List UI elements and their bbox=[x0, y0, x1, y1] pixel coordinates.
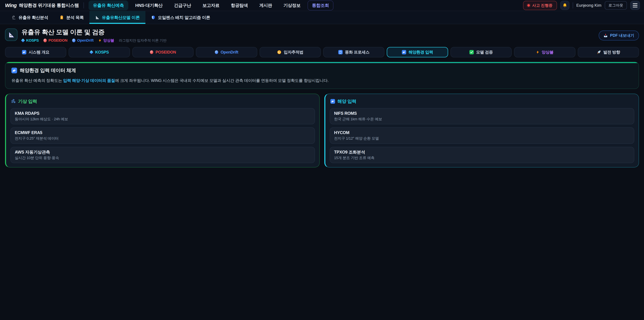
page-header-text: 유출유 확산 모델 이론 및 검증 KOSPS POSEIDON OpenDri… bbox=[22, 29, 166, 43]
intro-suffix: 에 크게 좌우됩니다. WING 시스템은 국내외 수치예보 모델과 실시간 관… bbox=[115, 78, 328, 83]
data-item-name: KMA RDAPS bbox=[15, 111, 310, 116]
section-tab-label: 모델 검증 bbox=[476, 50, 493, 55]
section-tab-overview[interactable]: 시스템 개요 bbox=[5, 47, 66, 57]
data-item-desc: 전지구 1/12° 해양 순환 모델 bbox=[334, 136, 630, 141]
wing-logo-mark: Wing bbox=[5, 3, 16, 8]
section-tab-label: 앙상블 bbox=[542, 50, 554, 55]
data-item-desc: 실시간 10분 단위 풍향·풍속 bbox=[15, 156, 310, 160]
section-tab-label: POSEIDON bbox=[156, 50, 176, 55]
data-item[interactable]: AWS 자동기상관측 실시간 10분 단위 풍향·풍속 bbox=[10, 147, 315, 163]
data-item[interactable]: NIFS ROMS 한국 근해 1km 해류·수온 예보 bbox=[330, 108, 634, 125]
data-item-desc: 한국 근해 1km 해류·수온 예보 bbox=[334, 117, 630, 122]
section-title-row: 해양환경 입력 데이터 체계 bbox=[12, 67, 632, 74]
diamond-icon bbox=[90, 50, 93, 54]
section-tab-opendrift[interactable]: OpenDrift bbox=[196, 47, 257, 57]
wave-icon bbox=[12, 68, 17, 73]
notification-button[interactable] bbox=[560, 1, 569, 10]
data-item-name: TPXO9 조화분석 bbox=[334, 150, 630, 155]
data-cards: 기상 입력 KMA RDAPS 동아시아 12km 해상도 · 24h 예보 E… bbox=[5, 94, 639, 168]
badge-ensemble: 앙상블 bbox=[98, 38, 114, 43]
section-tab-kosps[interactable]: KOSPS bbox=[68, 47, 130, 57]
divider bbox=[573, 2, 573, 9]
nav-item-reports[interactable]: 보고자료 bbox=[198, 1, 224, 11]
intro-prefix: 유출유 확산 예측의 정확도는 bbox=[12, 78, 63, 83]
page-title: 유출유 확산 모델 이론 및 검증 bbox=[22, 29, 166, 36]
check-icon bbox=[470, 50, 474, 54]
weather-card-title-row: 기상 입력 bbox=[10, 97, 315, 105]
nav-item-oil-spill-forecast[interactable]: 유출유 확산예측 bbox=[88, 1, 128, 11]
bolt-icon bbox=[98, 39, 102, 43]
data-item[interactable]: KMA RDAPS 동아시아 12km 해상도 · 24h 예보 bbox=[10, 108, 315, 125]
section-tab-label: 해양환경 입력 bbox=[408, 50, 433, 55]
topbar: Wing 해양환경 위기대응 통합시스템 유출유 확산예측 HNS·대기확산 긴… bbox=[0, 0, 644, 11]
section-tab-label: 발전 방향 bbox=[604, 50, 620, 55]
data-item-name: ECMWF ERA5 bbox=[15, 130, 310, 135]
badge-label: KOSPS bbox=[26, 38, 39, 43]
badge-label: POSEIDON bbox=[48, 38, 68, 43]
wave-icon bbox=[22, 50, 26, 54]
section-tab-label: OpenDrift bbox=[220, 50, 238, 55]
page-header: 유출유 확산 모델 이론 및 검증 KOSPS POSEIDON OpenDri… bbox=[0, 24, 644, 46]
app-logo[interactable]: Wing 해양환경 위기대응 통합시스템 bbox=[5, 2, 79, 9]
tab-oil-fence-theory[interactable]: 오일펜스 배치 알고리즘 이론 bbox=[146, 11, 216, 24]
blue-dot-icon bbox=[72, 39, 76, 42]
wind-icon bbox=[11, 99, 16, 104]
nav-item-board[interactable]: 게시판 bbox=[255, 1, 276, 11]
menu-button[interactable] bbox=[630, 1, 640, 10]
nav-item-weather-info[interactable]: 기상정보 bbox=[279, 1, 305, 11]
data-item[interactable]: HYCOM 전지구 1/12° 해양 순환 모델 bbox=[330, 127, 634, 144]
section-tab-model-validation[interactable]: 모델 검증 bbox=[450, 47, 512, 57]
model-badges: KOSPS POSEIDON OpenDrift 앙상블 라그랑지안 입자추적 … bbox=[22, 38, 166, 43]
badge-opendrift: OpenDrift bbox=[72, 38, 94, 43]
section-tab-marine-input[interactable]: 해양환경 입력 bbox=[387, 47, 448, 57]
data-item-name: NIFS ROMS bbox=[334, 111, 630, 116]
subnav: 유출유 확산분석 분석 목록 유출유확산모델 이론 오일펜스 배치 알고리즘 이… bbox=[0, 11, 644, 24]
data-item-desc: 15개 분조 기반 조류 예측 bbox=[334, 156, 630, 160]
compass-icon bbox=[277, 50, 282, 54]
diamond-icon bbox=[21, 39, 25, 42]
hamburger-icon bbox=[633, 3, 638, 4]
tab-label: 분석 목록 bbox=[66, 15, 84, 20]
tab-analysis-list[interactable]: 분석 목록 bbox=[54, 11, 90, 24]
incident-status-badge[interactable]: 사고 진행중 bbox=[523, 1, 557, 10]
nav-item-integrated-search[interactable]: 통합조회 bbox=[308, 1, 334, 11]
intro-paragraph: 유출유 확산 예측의 정확도는 입력 해양·기상 데이터의 품질에 크게 좌우됩… bbox=[12, 78, 632, 84]
section-tab-poseidon[interactable]: POSEIDON bbox=[132, 47, 194, 57]
pdf-export-button[interactable]: PDF 내보내기 bbox=[599, 31, 639, 41]
data-item-desc: 전지구 0.25° 재분석 데이터 bbox=[15, 136, 310, 141]
triangle-ruler-icon bbox=[95, 15, 100, 20]
section-tab-particle-tracking[interactable]: 입자추적법 bbox=[260, 47, 321, 57]
app-title: 해양환경 위기대응 통합시스템 bbox=[19, 2, 79, 9]
divider bbox=[84, 2, 84, 9]
logout-button[interactable]: 로그아웃 bbox=[605, 1, 627, 10]
section-tab-label: KOSPS bbox=[95, 50, 109, 55]
alert-dot-icon bbox=[528, 4, 530, 7]
data-item-name: HYCOM bbox=[334, 130, 630, 135]
triangle-ruler-icon bbox=[8, 31, 14, 38]
nav-item-hns[interactable]: HNS·대기확산 bbox=[131, 1, 167, 11]
section-tab-future-direction[interactable]: 발전 방향 bbox=[578, 47, 639, 57]
tab-label: 오일펜스 배치 알고리즘 이론 bbox=[158, 15, 210, 20]
pdf-button-label: PDF 내보내기 bbox=[610, 33, 634, 38]
badge-kosps: KOSPS bbox=[22, 38, 39, 43]
tab-spill-analysis[interactable]: 유출유 확산분석 bbox=[6, 11, 54, 24]
section-tab-weathering[interactable]: 풍화 프로세스 bbox=[323, 47, 384, 57]
tab-model-theory[interactable]: 유출유확산모델 이론 bbox=[90, 11, 146, 24]
section-tab-ensemble[interactable]: 앙상블 bbox=[514, 47, 575, 57]
ocean-input-card: 해양 입력 NIFS ROMS 한국 근해 1km 해류·수온 예보 HYCOM… bbox=[324, 94, 639, 168]
incident-badge-label: 사고 진행중 bbox=[532, 3, 552, 8]
data-item[interactable]: TPXO9 조화분석 15개 분조 기반 조류 예측 bbox=[330, 147, 634, 163]
blue-dot-icon bbox=[215, 50, 218, 54]
data-item[interactable]: ECMWF ERA5 전지구 0.25° 재분석 데이터 bbox=[10, 127, 315, 144]
wave-icon bbox=[330, 99, 335, 104]
section-tab-label: 시스템 개요 bbox=[29, 50, 49, 55]
rocket-icon bbox=[597, 50, 601, 54]
section-tab-label: 풍화 프로세스 bbox=[345, 50, 370, 55]
section-tabs: 시스템 개요 KOSPS POSEIDON OpenDrift 입자추적법 풍화… bbox=[5, 47, 639, 57]
nav-item-aerial-search[interactable]: 항공탐색 bbox=[226, 1, 252, 11]
card-title: 해양 입력 bbox=[338, 98, 356, 104]
nav-item-rescue[interactable]: 긴급구난 bbox=[170, 1, 196, 11]
main-nav: 유출유 확산예측 HNS·대기확산 긴급구난 보고자료 항공탐색 게시판 기상정… bbox=[88, 1, 333, 11]
wave-icon bbox=[402, 50, 406, 54]
bell-icon bbox=[562, 3, 567, 8]
